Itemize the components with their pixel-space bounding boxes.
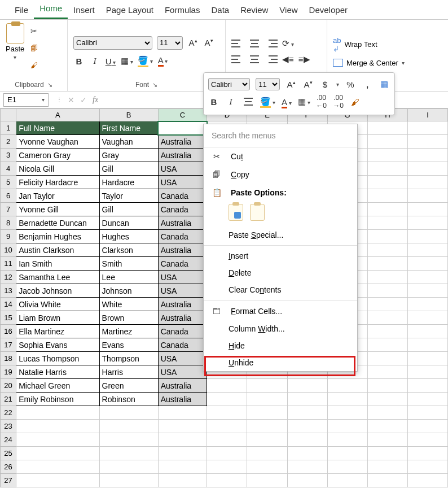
row-header-27[interactable]: 27	[1, 474, 16, 487]
cell-H24[interactable]	[367, 433, 407, 447]
cell-G23[interactable]	[327, 420, 367, 433]
mini-bold[interactable]: B	[208, 97, 219, 107]
cell-H18[interactable]	[367, 352, 407, 365]
tab-formulas[interactable]: Formulas	[159, 3, 206, 19]
cell-C16[interactable]: Canada	[158, 325, 207, 338]
row-header-10[interactable]: 10	[1, 243, 16, 257]
mini-percent-format[interactable]: %	[345, 80, 356, 89]
cell-H14[interactable]	[367, 298, 407, 311]
row-header-1[interactable]: 1	[1, 121, 16, 135]
paste-option-clipboard[interactable]	[229, 204, 243, 221]
cell-I8[interactable]	[407, 216, 447, 230]
cell-I16[interactable]	[407, 325, 447, 338]
cell-B10[interactable]: Clarkson	[99, 243, 158, 257]
cell-H4[interactable]	[367, 162, 407, 176]
cell-I5[interactable]	[407, 176, 447, 189]
cell-B20[interactable]: Green	[99, 379, 158, 393]
cell-H25[interactable]	[367, 447, 407, 460]
cell-B11[interactable]: Smith	[99, 257, 158, 271]
font-name-select[interactable]: Calibri	[73, 36, 152, 50]
cell-I19[interactable]	[407, 365, 447, 379]
cell-A5[interactable]: Felicity Hardacre	[16, 176, 99, 189]
menu-hide[interactable]: Hide	[204, 337, 357, 354]
cell-H27[interactable]	[367, 474, 407, 487]
clipboard-dialog-launcher[interactable]: ↘	[47, 81, 52, 89]
row-header-13[interactable]: 13	[1, 284, 16, 298]
tab-data[interactable]: Data	[205, 3, 235, 19]
cell-F27[interactable]	[287, 474, 327, 487]
row-header-22[interactable]: 22	[1, 406, 16, 420]
cell-I22[interactable]	[407, 406, 447, 420]
cell-C27[interactable]	[158, 474, 207, 487]
menu-paste-special[interactable]: Paste Special...	[204, 226, 357, 243]
cell-A25[interactable]	[16, 447, 99, 460]
cell-F24[interactable]	[287, 433, 327, 447]
cell-A26[interactable]	[16, 460, 99, 474]
cell-D22[interactable]	[207, 406, 247, 420]
row-header-7[interactable]: 7	[1, 203, 16, 216]
cell-H2[interactable]	[367, 135, 407, 149]
cell-F22[interactable]	[287, 406, 327, 420]
cell-C21[interactable]: Australia	[158, 393, 207, 406]
cell-C24[interactable]	[158, 433, 207, 447]
decrease-font-button[interactable]: A▾	[203, 38, 214, 47]
row-header-16[interactable]: 16	[1, 325, 16, 338]
cell-G27[interactable]	[327, 474, 367, 487]
cell-D26[interactable]	[207, 460, 247, 474]
paste-button[interactable]: Paste ▾	[6, 23, 24, 60]
cell-I27[interactable]	[407, 474, 447, 487]
cell-A16[interactable]: Ella Martinez	[16, 325, 99, 338]
name-box[interactable]: E1▾	[3, 93, 49, 107]
cell-H5[interactable]	[367, 176, 407, 189]
cell-H7[interactable]	[367, 203, 407, 216]
cell-C22[interactable]	[158, 406, 207, 420]
cell-H12[interactable]	[367, 271, 407, 284]
cell-B1[interactable]: First Name	[99, 121, 158, 135]
cell-D21[interactable]	[207, 393, 247, 406]
column-header-I[interactable]: I	[407, 109, 447, 121]
cell-A4[interactable]: Nicola Gill	[16, 162, 99, 176]
mini-format-painter[interactable]: 🖌	[350, 97, 361, 107]
cell-A24[interactable]	[16, 433, 99, 447]
cell-C19[interactable]: USA	[158, 365, 207, 379]
cell-H17[interactable]	[367, 338, 407, 352]
cell-A9[interactable]: Benjamin Hughes	[16, 230, 99, 243]
underline-button[interactable]: U	[105, 56, 116, 66]
cell-A10[interactable]: Austin Clarkson	[16, 243, 99, 257]
cell-H19[interactable]	[367, 365, 407, 379]
mini-borders[interactable]: ▦	[298, 97, 310, 107]
decrease-indent-button[interactable]: ◀≡	[282, 54, 294, 64]
cell-H3[interactable]	[367, 149, 407, 162]
cell-D20[interactable]	[207, 379, 247, 393]
menu-copy[interactable]: 🗐 Copy	[204, 165, 357, 184]
cell-I11[interactable]	[407, 257, 447, 271]
cell-B5[interactable]: Hardacre	[99, 176, 158, 189]
cell-G20[interactable]	[327, 379, 367, 393]
cell-B26[interactable]	[99, 460, 158, 474]
cell-A15[interactable]: Liam Brown	[16, 311, 99, 325]
cell-C5[interactable]: USA	[158, 176, 207, 189]
cell-D24[interactable]	[207, 433, 247, 447]
cell-A1[interactable]: Full Name	[16, 121, 99, 135]
cell-A17[interactable]: Sophia Evans	[16, 338, 99, 352]
tab-insert[interactable]: Insert	[68, 3, 100, 19]
cell-H23[interactable]	[367, 420, 407, 433]
cell-A19[interactable]: Natalie Harris	[16, 365, 99, 379]
menu-insert[interactable]: Insert	[204, 247, 357, 264]
cell-C7[interactable]: Canada	[158, 203, 207, 216]
cell-G22[interactable]	[327, 406, 367, 420]
cell-I23[interactable]	[407, 420, 447, 433]
row-header-15[interactable]: 15	[1, 311, 16, 325]
italic-button[interactable]: I	[89, 56, 100, 66]
merge-center-button[interactable]: Merge & Center▾	[333, 59, 405, 67]
menu-format-cells[interactable]: 🗔 Format Cells...	[204, 302, 357, 320]
cell-C2[interactable]: Australia	[158, 135, 207, 149]
cell-H22[interactable]	[367, 406, 407, 420]
mini-font-size[interactable]: 11	[256, 78, 280, 90]
menu-unhide[interactable]: Unhide	[204, 354, 357, 371]
cell-H10[interactable]	[367, 243, 407, 257]
cell-B9[interactable]: Hughes	[99, 230, 158, 243]
cell-B7[interactable]: Gill	[99, 203, 158, 216]
mini-decrease-font[interactable]: A▾	[302, 80, 314, 89]
cell-B27[interactable]	[99, 474, 158, 487]
